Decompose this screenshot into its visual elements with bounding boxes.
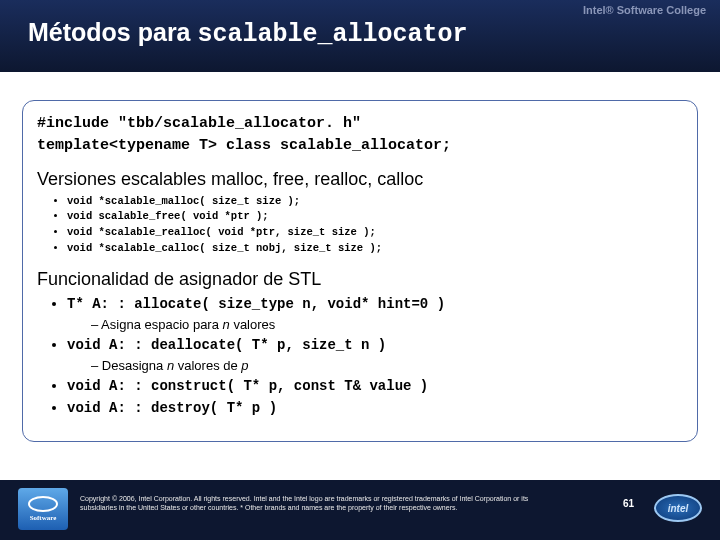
- section1-list: void *scalable_malloc( size_t size ); vo…: [67, 194, 683, 257]
- page-number: 61: [623, 498, 634, 509]
- intel-software-logo: Software: [18, 488, 68, 530]
- list-item: void A: : deallocate( T* p, size_t n ) –…: [67, 335, 683, 376]
- intel-logo: intel: [654, 494, 702, 522]
- list-item: T* A: : allocate( size_type n, void* hin…: [67, 294, 683, 335]
- section1-heading: Versiones escalables malloc, free, reall…: [37, 169, 683, 190]
- section2-list: T* A: : allocate( size_type n, void* hin…: [67, 294, 683, 420]
- title-plain: Métodos para: [28, 18, 197, 46]
- include-line-2: template<typename T> class scalable_allo…: [37, 135, 683, 157]
- list-item: void *scalable_malloc( size_t size );: [67, 194, 683, 210]
- sub-text: – Desasigna n valores de p: [91, 356, 683, 376]
- list-item: void A: : destroy( T* p ): [67, 398, 683, 420]
- include-line-1: #include "tbb/scalable_allocator. h": [37, 113, 683, 135]
- copyright-text: Copyright © 2006, Intel Corporation. All…: [80, 494, 560, 513]
- list-item: void A: : construct( T* p, const T& valu…: [67, 376, 683, 398]
- section2-heading: Funcionalidad de asignador de STL: [37, 269, 683, 290]
- list-item: void *scalable_calloc( size_t nobj, size…: [67, 241, 683, 257]
- footer: Software Copyright © 2006, Intel Corpora…: [0, 480, 720, 540]
- intel-logo-text: intel: [668, 503, 689, 514]
- list-item: void scalable_free( void *ptr );: [67, 209, 683, 225]
- code-text: void A: : deallocate( T* p, size_t n ): [67, 337, 386, 353]
- software-label: Software: [30, 514, 57, 522]
- college-label: Intel® Software College: [583, 4, 706, 16]
- title-mono: scalable_allocator: [197, 20, 467, 49]
- page-title: Métodos para scalable_allocator: [28, 18, 468, 49]
- intel-oval-icon: [28, 496, 58, 512]
- content-box: #include "tbb/scalable_allocator. h" tem…: [22, 100, 698, 442]
- sub-text: – Asigna espacio para n valores: [91, 315, 683, 335]
- code-text: T* A: : allocate( size_type n, void* hin…: [67, 296, 445, 312]
- list-item: void *scalable_realloc( void *ptr, size_…: [67, 225, 683, 241]
- header-band: Intel® Software College Métodos para sca…: [0, 0, 720, 72]
